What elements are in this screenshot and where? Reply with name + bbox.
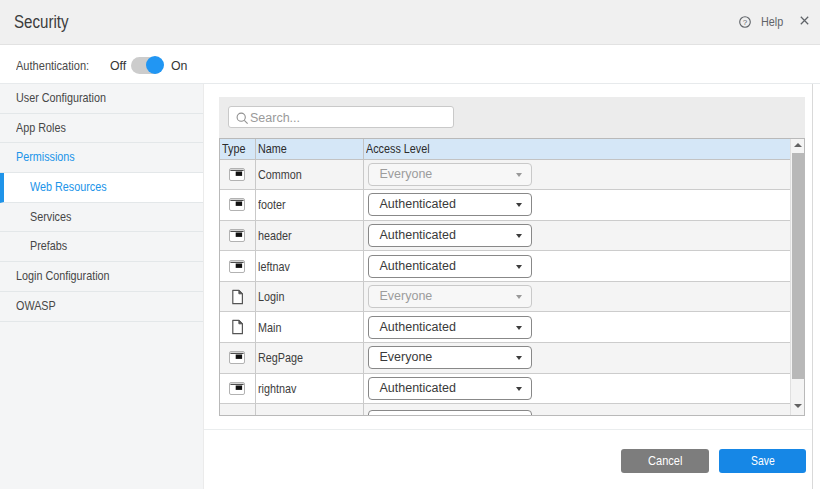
- svg-text:?: ?: [742, 17, 747, 26]
